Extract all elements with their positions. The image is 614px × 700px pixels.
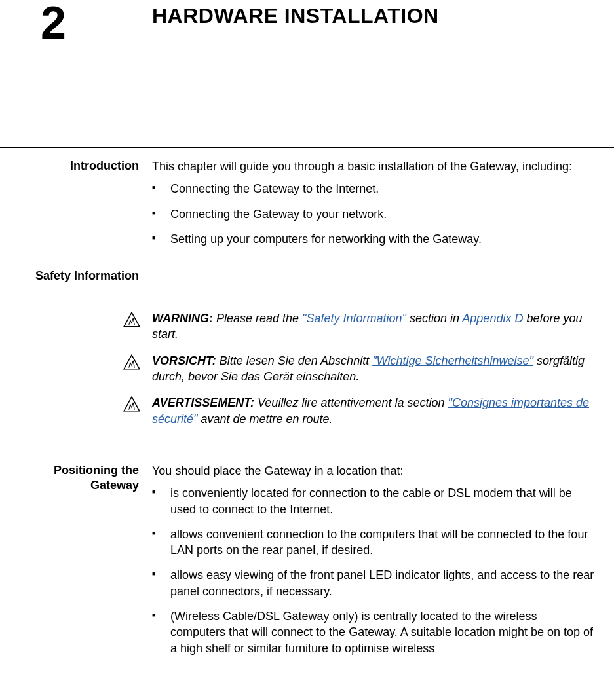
list-item: Connecting the Gateway to the Internet. [152, 181, 594, 196]
warning-pre: Veuillez lire attentivement la section [254, 396, 448, 409]
list-item: allows convenient connection to the comp… [152, 526, 594, 559]
intro-lead: This chapter will guide you through a ba… [152, 158, 594, 174]
section-heading-introduction: Introduction [0, 158, 152, 256]
link-safety-information[interactable]: "Safety Information" [302, 312, 406, 325]
warning-pre: Bitte lesen Sie den Abschnitt [216, 354, 372, 367]
chapter-title: HARDWARE INSTALLATION [152, 4, 439, 28]
svg-marker-1 [124, 355, 140, 369]
warning-icon [123, 312, 140, 327]
warning-text: AVERTISSEMENT: Veuillez lire attentiveme… [152, 395, 614, 427]
warning-icon [123, 354, 140, 370]
chapter-title-text: HARDWARE INSTALLATION [152, 4, 439, 28]
warning-mid: section in [406, 312, 462, 325]
warning-label: VORSICHT: [152, 354, 216, 367]
list-item: is conveniently located for connection t… [152, 485, 594, 517]
warning-label: AVERTISSEMENT: [152, 396, 254, 409]
warning-label: WARNING: [152, 312, 213, 325]
list-item: (Wireless Cable/DSL Gateway only) is cen… [152, 608, 594, 656]
warning-text: VORSICHT: Bitte lesen Sie den Abschnitt … [152, 353, 614, 385]
section-heading-safety: Safety Information [0, 269, 152, 283]
section-heading-positioning: Positioning the Gateway [0, 463, 152, 665]
svg-marker-2 [124, 397, 140, 412]
positioning-lead: You should place the Gateway in a locati… [152, 463, 594, 479]
list-item: allows easy viewing of the front panel L… [152, 567, 594, 599]
list-item: Connecting the Gateway to your network. [152, 206, 594, 222]
warning-pre: Please read the [213, 312, 302, 325]
list-item: Setting up your computers for networking… [152, 231, 594, 247]
warning-icon [123, 396, 140, 412]
warning-post: avant de mettre en route. [197, 413, 332, 426]
chapter-number: 2 [41, 0, 152, 46]
link-appendix-d[interactable]: Appendix D [462, 312, 523, 325]
svg-marker-0 [124, 312, 140, 327]
link-sicherheitshinweise[interactable]: "Wichtige Sicherheitshinweise" [372, 354, 533, 367]
warning-text: WARNING: Please read the "Safety Informa… [152, 310, 614, 342]
